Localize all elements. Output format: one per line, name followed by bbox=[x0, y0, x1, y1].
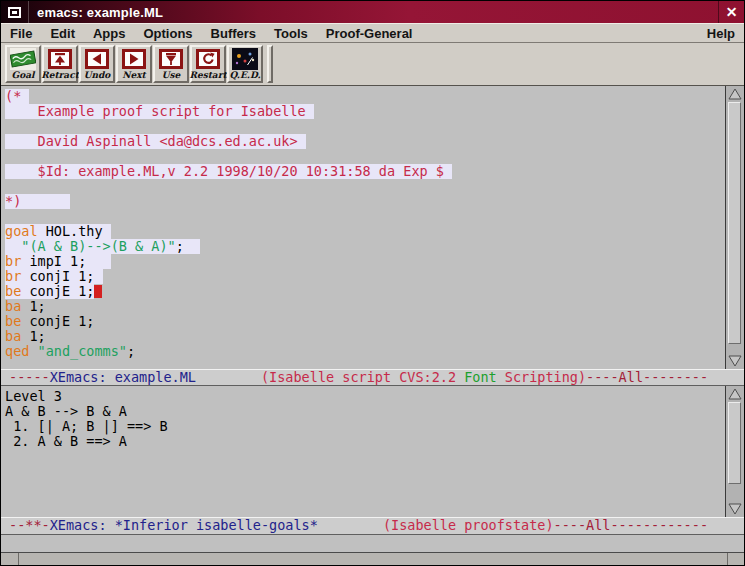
modeline-segment: XEmacs: *Inferior isabelle-goals* bbox=[50, 517, 318, 533]
buffer-line: br impI 1; bbox=[5, 254, 725, 269]
next-button[interactable]: Next bbox=[116, 45, 152, 83]
restart-icon bbox=[195, 48, 221, 70]
buffer-line: A & B --> B & A bbox=[5, 404, 725, 419]
scrollbar-down-arrow[interactable] bbox=[727, 502, 743, 516]
buffer-line: qed "and_comms"; bbox=[5, 344, 725, 359]
tool-button-label: Undo bbox=[84, 70, 111, 81]
scrollbar-up-arrow[interactable] bbox=[727, 87, 743, 101]
modeline-segment: --**- bbox=[9, 517, 50, 533]
tool-button-label: Use bbox=[162, 70, 181, 81]
buffer-line: (* bbox=[5, 89, 725, 104]
buffer-line: 2. A & B ==> A bbox=[5, 434, 725, 449]
buffer-line: ba 1; bbox=[5, 299, 725, 314]
window-title: emacs: example.ML bbox=[29, 5, 718, 20]
goals-text-area[interactable]: Level 3A & B --> B & A 1. [| A; B |] ==>… bbox=[1, 386, 725, 517]
window-menu-icon bbox=[8, 7, 21, 18]
next-icon bbox=[121, 48, 147, 70]
window-menu-button[interactable] bbox=[1, 1, 29, 23]
modeline-segment: ----- bbox=[9, 369, 50, 385]
buffer-line: "(A & B)-->(B & A)"; bbox=[5, 239, 725, 254]
menu-item-buffers[interactable]: Buffers bbox=[202, 26, 266, 41]
xemacs-window: emacs: example.ML ✕ FileEditAppsOptionsB… bbox=[0, 0, 745, 566]
scrollbar-up-arrow[interactable] bbox=[727, 387, 743, 401]
buffer-line bbox=[5, 149, 725, 164]
menu-item-proof-general[interactable]: Proof-General bbox=[317, 26, 422, 41]
buffer-line bbox=[5, 119, 725, 134]
restart-button[interactable]: Restart bbox=[190, 45, 226, 83]
use-button[interactable]: Use bbox=[153, 45, 189, 83]
modeline-segment: Scripting) bbox=[497, 369, 586, 385]
modeline-segment: ----All-------- bbox=[586, 369, 708, 385]
buffer-line: Example proof script for Isabelle bbox=[5, 104, 725, 119]
script-scrollbar[interactable] bbox=[725, 86, 744, 369]
modeline-segment: Font bbox=[464, 369, 497, 385]
buffer-line: David Aspinall <da@dcs.ed.ac.uk> bbox=[5, 134, 725, 149]
close-button[interactable]: ✕ bbox=[718, 1, 744, 23]
tool-button-label: Retract bbox=[41, 70, 79, 81]
menu-item-options[interactable]: Options bbox=[134, 26, 201, 41]
echo-area[interactable] bbox=[1, 535, 744, 552]
retract-button[interactable]: Retract bbox=[42, 45, 78, 83]
buffer-line: 1. [| A; B |] ==> B bbox=[5, 419, 725, 434]
qed-button[interactable]: Q.E.D. bbox=[227, 45, 263, 83]
qed-icon bbox=[232, 48, 258, 70]
undo-button[interactable]: Undo bbox=[79, 45, 115, 83]
title-bar[interactable]: emacs: example.ML ✕ bbox=[1, 1, 744, 23]
buffer-line: $Id: example.ML,v 2.2 1998/10/20 10:31:5… bbox=[5, 164, 725, 179]
menu-item-file[interactable]: File bbox=[1, 26, 41, 41]
modeline-segment: XEmacs: example.ML bbox=[50, 369, 196, 385]
retract-icon bbox=[47, 48, 73, 70]
tool-button-label: Q.E.D. bbox=[229, 70, 260, 81]
goals-buffer[interactable]: Level 3A & B --> B & A 1. [| A; B |] ==>… bbox=[1, 386, 744, 517]
goal-button[interactable]: Goal bbox=[5, 45, 41, 83]
close-icon: ✕ bbox=[726, 4, 738, 20]
modeline-segment: (Isabelle script CVS:2.2 bbox=[261, 369, 464, 385]
buffer-line bbox=[5, 209, 725, 224]
modeline-goals: --**-XEmacs: *Inferior isabelle-goals* (… bbox=[1, 517, 744, 535]
menu-item-help[interactable]: Help bbox=[698, 26, 744, 41]
buffer-line: *) bbox=[5, 194, 725, 209]
buffer-line bbox=[5, 179, 725, 194]
text-cursor bbox=[94, 285, 102, 298]
buffer-line: goal HOL.thy bbox=[5, 224, 725, 239]
modeline-segment bbox=[196, 369, 261, 385]
goal-icon bbox=[10, 48, 36, 70]
scrollbar-down-arrow[interactable] bbox=[727, 354, 743, 368]
bottom-right-handle[interactable] bbox=[727, 553, 744, 565]
use-icon bbox=[158, 48, 184, 70]
toolbar: Goal Retract Undo Next Use Restart Q.E.D… bbox=[1, 43, 744, 86]
scrollbar-thumb[interactable] bbox=[728, 402, 741, 484]
bottom-border bbox=[1, 552, 744, 565]
bottom-middle bbox=[19, 553, 727, 565]
script-text-area[interactable]: (* Example proof script for Isabelle Dav… bbox=[1, 86, 725, 369]
buffer-line: be conjE 1; bbox=[5, 314, 725, 329]
tool-button-label: Next bbox=[122, 70, 145, 81]
menu-bar: FileEditAppsOptionsBuffersToolsProof-Gen… bbox=[1, 23, 744, 43]
menu-item-tools[interactable]: Tools bbox=[265, 26, 317, 41]
goals-scrollbar[interactable] bbox=[725, 386, 744, 517]
bottom-left-handle[interactable] bbox=[1, 553, 19, 565]
scrollbar-thumb[interactable] bbox=[728, 102, 741, 344]
script-buffer[interactable]: (* Example proof script for Isabelle Dav… bbox=[1, 86, 744, 369]
buffer-line: ba 1; bbox=[5, 329, 725, 344]
toolbar-divider bbox=[267, 45, 273, 83]
modeline-segment: ----All------------ bbox=[554, 517, 708, 533]
undo-icon bbox=[84, 48, 110, 70]
modeline-segment: (Isabelle proofstate) bbox=[383, 517, 554, 533]
tool-button-label: Goal bbox=[12, 70, 35, 81]
menu-item-apps[interactable]: Apps bbox=[84, 26, 135, 41]
modeline-segment bbox=[318, 517, 383, 533]
buffer-line: br conjI 1; bbox=[5, 269, 725, 284]
buffer-line: be conjE 1; bbox=[5, 284, 725, 299]
buffer-line: Level 3 bbox=[5, 389, 725, 404]
tool-button-label: Restart bbox=[189, 70, 226, 81]
menu-item-edit[interactable]: Edit bbox=[41, 26, 84, 41]
modeline-script: -----XEmacs: example.ML (Isabelle script… bbox=[1, 369, 744, 386]
